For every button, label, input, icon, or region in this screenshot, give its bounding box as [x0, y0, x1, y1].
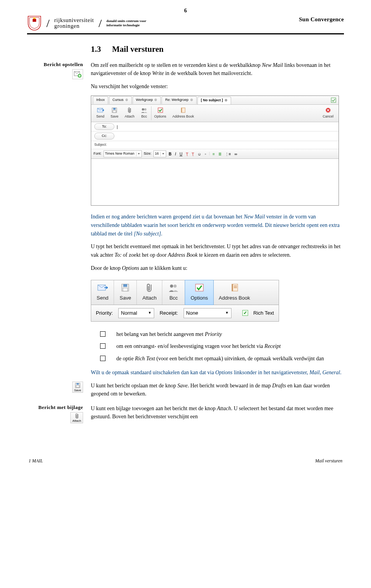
header-left: / rijksuniversiteit groningen / donald s… — [27, 15, 146, 31]
send-button[interactable]: Send — [91, 280, 114, 304]
options-icon — [194, 283, 205, 293]
send-icon — [97, 283, 108, 293]
note-paragraph: Wilt u de opmaak standaard uitschakelen … — [91, 368, 344, 377]
note-paragraph: Indien er nog andere berichten waren geo… — [91, 213, 344, 238]
close-icon[interactable]: ⊗ — [154, 97, 157, 103]
svg-rect-24 — [234, 286, 237, 286]
save-button[interactable]: Save — [108, 106, 121, 120]
save-icon — [111, 107, 118, 113]
font-select[interactable]: Times New Roman▼ — [104, 150, 142, 157]
to-input[interactable]: | — [117, 124, 335, 130]
expand-icon[interactable] — [328, 97, 339, 103]
save-button[interactable]: Save — [114, 280, 137, 304]
indent-button[interactable]: ≣ — [218, 151, 222, 157]
cc-field-row: Cc: — [91, 131, 339, 141]
addressbook-button[interactable]: Address Book — [170, 106, 197, 120]
bullet-list: het belang van het bericht aangeven met … — [100, 330, 344, 363]
paragraph: U kunt een bijlage toevoegen aan het ber… — [91, 404, 344, 421]
bcc-button[interactable]: Bcc — [162, 280, 185, 304]
size-select[interactable]: 16▼ — [153, 150, 166, 157]
university-crest-icon — [27, 15, 42, 31]
people-icon — [141, 107, 148, 113]
margin-save-icon: Save — [27, 382, 83, 393]
attach-button[interactable]: Attach — [122, 106, 138, 120]
save-icon — [119, 283, 131, 293]
margin-label-bericht-met-bijlage: Bericht met bijlage — [27, 404, 83, 411]
cancel-button[interactable]: Cancel — [320, 106, 336, 120]
cc-input[interactable] — [117, 133, 335, 139]
attach-image-button[interactable]: ▫ — [204, 151, 207, 157]
compose-toolbar: Send Save Attach Bcc Options Address Boo… — [91, 105, 339, 122]
priority-label: Priority: — [96, 309, 113, 317]
svg-rect-28 — [76, 385, 79, 387]
priority-select[interactable]: Normal▼ — [118, 308, 154, 318]
options-button[interactable]: Options — [151, 106, 169, 120]
addressbook-button[interactable]: Address Book — [213, 280, 255, 304]
link-button[interactable]: ∞ — [234, 151, 238, 157]
tab-inbox[interactable]: Inbox — [93, 96, 108, 104]
textcolor-button[interactable]: T̩ — [185, 151, 189, 157]
send-button[interactable]: Send — [94, 106, 107, 120]
chevron-down-icon: ▼ — [225, 310, 229, 316]
bullet-list-button[interactable]: ⋮≡ — [224, 151, 232, 157]
tab-werkgroep[interactable]: Werkgroep⊗ — [133, 96, 161, 104]
chevron-down-icon: ▼ — [148, 310, 151, 316]
footer-right: Mail versturen — [315, 458, 342, 464]
tab-re-werkgroep[interactable]: Re: Werkgroep⊗ — [162, 96, 196, 104]
options-toolbar-screenshot: Send Save Attach Bcc — [91, 280, 279, 321]
footer-left: 1 MAIL — [29, 458, 43, 464]
svg-rect-18 — [123, 288, 128, 291]
paragraph: Door de knop Options aan te klikken kunt… — [91, 264, 344, 273]
svg-rect-17 — [123, 284, 127, 287]
size-label: Size: — [144, 151, 151, 157]
svg-rect-11 — [158, 108, 163, 112]
message-body[interactable] — [91, 159, 339, 205]
document-title: Sun Convergence — [299, 15, 344, 23]
tab-cursus[interactable]: Cursus⊗ — [109, 96, 132, 104]
options-button[interactable]: Options — [185, 280, 214, 305]
svg-rect-7 — [113, 108, 116, 110]
addressbook-icon — [180, 107, 187, 113]
svg-rect-13 — [181, 108, 182, 112]
list-item: de optie Rich Text (voor een bericht met… — [100, 355, 344, 363]
cc-label[interactable]: Cc: — [94, 133, 114, 140]
richtext-checkbox[interactable]: ✓ — [242, 310, 248, 316]
bullet-icon — [100, 356, 106, 361]
subject-label: Subject: — [94, 142, 109, 148]
align-button[interactable]: ≡ — [212, 151, 216, 157]
bcc-button[interactable]: Bcc — [138, 106, 150, 120]
margin-attach-icon: Attach — [27, 412, 83, 423]
underline-button[interactable]: U — [179, 151, 183, 157]
list-item: om een ontvangst- en/of leesbevestiging … — [100, 342, 344, 351]
attach-button[interactable]: Attach — [137, 280, 162, 304]
highlightcolor-button[interactable]: T̩ — [191, 151, 195, 157]
emoji-button[interactable]: ☺ — [197, 151, 202, 157]
paragraph: U typt het bericht eventueel met opmaak … — [91, 242, 344, 259]
main-column: 1.3Mail versturen Om zelf een mailberich… — [91, 43, 344, 382]
close-icon[interactable]: ⊗ — [125, 97, 128, 103]
bullet-icon — [100, 343, 106, 349]
paperclip-icon — [126, 107, 133, 113]
send-icon — [97, 107, 104, 113]
paperclip-icon — [144, 283, 155, 293]
chevron-down-icon: ▼ — [160, 152, 165, 156]
svg-rect-27 — [77, 383, 79, 385]
page-footer: 1 MAIL Mail versturen — [27, 458, 344, 464]
tab-no-subject[interactable]: [ No subject ]⊗ — [197, 97, 231, 104]
to-label[interactable]: To: — [94, 123, 114, 130]
to-field-row: To: | — [91, 122, 339, 132]
svg-rect-23 — [232, 284, 233, 291]
chevron-down-icon: ▼ — [136, 152, 140, 156]
close-icon[interactable]: ⊗ — [190, 97, 193, 103]
italic-button[interactable]: I — [174, 151, 177, 157]
cancel-icon — [325, 107, 332, 113]
bold-button[interactable]: B — [168, 151, 172, 157]
close-icon[interactable]: ⊗ — [225, 98, 228, 103]
people-icon — [168, 283, 179, 293]
subject-input[interactable] — [111, 142, 335, 148]
bullet-icon — [100, 331, 106, 337]
section-heading: 1.3Mail versturen — [91, 43, 344, 56]
font-label: Font: — [94, 151, 102, 157]
page-header: / rijksuniversiteit groningen / donald s… — [27, 15, 344, 34]
receipt-select[interactable]: None▼ — [184, 308, 231, 318]
